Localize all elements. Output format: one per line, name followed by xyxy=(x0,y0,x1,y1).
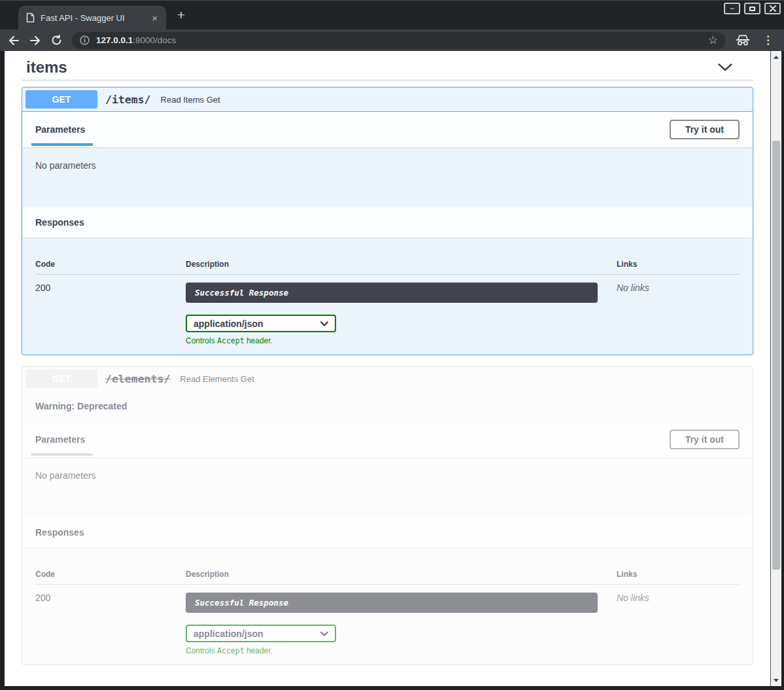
responses-body: Code Description Links 200 Successful Re… xyxy=(22,237,753,354)
browser-menu-button[interactable]: ⋮ xyxy=(760,33,776,47)
window-frame-bottom xyxy=(0,686,784,690)
accept-header-note: Controls Accept header. xyxy=(186,646,617,655)
response-code: 200 xyxy=(35,283,186,345)
bookmark-star-icon[interactable]: ☆ xyxy=(708,35,718,46)
minimize-button[interactable]: − xyxy=(724,3,740,14)
scrollbar-thumb[interactable] xyxy=(772,141,780,570)
tag-section-items[interactable]: items xyxy=(22,51,753,80)
media-type-value: application/json xyxy=(194,629,264,639)
code-column-header: Code xyxy=(35,570,186,579)
maximize-icon xyxy=(749,7,755,11)
response-description-box: Successful Response xyxy=(186,283,598,303)
try-it-out-button[interactable]: Try it out xyxy=(670,120,740,139)
responses-title: Responses xyxy=(35,527,84,538)
address-bar[interactable]: 127.0.0.1:8000/docs ☆ xyxy=(72,32,726,49)
media-type-select[interactable]: application/json xyxy=(186,315,336,332)
deprecated-warning: Warning: Deprecated xyxy=(22,391,753,422)
method-badge-get: GET xyxy=(26,90,97,109)
accept-code: Accept xyxy=(217,646,245,655)
browser-tab[interactable]: Fast API - Swagger UI × xyxy=(18,6,166,29)
method-badge-get: GET xyxy=(26,370,97,388)
scrollbar-down-arrow[interactable] xyxy=(771,676,781,685)
response-row-200: 200 Successful Response application/json… xyxy=(35,585,740,655)
description-column-header: Description xyxy=(186,570,617,579)
operation-summary-text: Read Elements Get xyxy=(180,374,254,384)
responses-header: Responses xyxy=(22,517,753,547)
scrollbar-up-arrow[interactable] xyxy=(771,52,781,61)
operation-path-deprecated: /elements/ xyxy=(105,373,170,385)
responses-header: Responses xyxy=(22,207,753,237)
opblock-summary[interactable]: GET /elements/ Read Elements Get xyxy=(22,367,753,391)
url-host: 127.0.0.1 xyxy=(96,35,133,45)
response-links: No links xyxy=(617,283,740,345)
parameters-body: No parameters xyxy=(22,147,753,207)
active-tab-underline xyxy=(31,453,93,456)
back-button[interactable] xyxy=(8,35,20,46)
links-column-header: Links xyxy=(617,260,740,269)
operation-path: /items/ xyxy=(105,94,151,106)
parameters-header: Parameters Try it out xyxy=(22,422,753,457)
responses-body: Code Description Links 200 Successful Re… xyxy=(22,547,753,664)
select-chevron-icon xyxy=(320,321,328,326)
responses-table-header: Code Description Links xyxy=(35,247,740,275)
accept-header-note: Controls Accept header. xyxy=(186,336,617,345)
incognito-icon xyxy=(736,35,750,46)
close-window-button[interactable] xyxy=(764,3,781,14)
responses-title: Responses xyxy=(35,217,84,228)
response-row-200: 200 Successful Response application/json… xyxy=(35,275,740,345)
opblock-summary[interactable]: GET /items/ Read Items Get xyxy=(22,88,753,112)
parameters-tab: Parameters xyxy=(35,124,85,135)
url-text[interactable]: 127.0.0.1:8000/docs xyxy=(96,35,176,45)
parameters-body: No parameters xyxy=(22,457,753,517)
maximize-button[interactable] xyxy=(744,3,760,14)
browser-toolbar: 127.0.0.1:8000/docs ☆ ⋮ xyxy=(0,29,784,51)
media-type-value: application/json xyxy=(194,319,264,329)
new-tab-button[interactable]: + xyxy=(173,7,190,24)
select-chevron-icon xyxy=(320,631,328,636)
page-document-icon xyxy=(26,12,35,23)
no-parameters-text: No parameters xyxy=(35,160,96,171)
reload-button[interactable] xyxy=(51,35,62,46)
tab-title: Fast API - Swagger UI xyxy=(41,13,144,23)
opblock-get-elements-deprecated: GET /elements/ Read Elements Get Warning… xyxy=(22,366,753,665)
try-it-out-button[interactable]: Try it out xyxy=(670,430,740,449)
response-description-cell: Successful Response application/json Con… xyxy=(186,283,617,345)
browser-window: Fast API - Swagger UI × + − 127.0.0.1:80… xyxy=(0,0,784,690)
page-scrollbar[interactable] xyxy=(770,51,781,686)
browser-viewport: items GET /items/ Read Items Get Paramet… xyxy=(0,51,784,686)
chevron-down-icon[interactable] xyxy=(718,63,748,71)
opblock-get-items: GET /items/ Read Items Get Parameters Tr… xyxy=(22,87,753,355)
code-column-header: Code xyxy=(35,260,186,269)
close-icon xyxy=(770,5,776,12)
accept-code: Accept xyxy=(217,336,245,345)
response-description-cell: Successful Response application/json Con… xyxy=(186,593,617,655)
response-links: No links xyxy=(617,593,740,655)
media-type-select[interactable]: application/json xyxy=(186,625,336,642)
tag-title: items xyxy=(26,58,67,77)
tab-close-icon[interactable]: × xyxy=(150,12,160,24)
site-info-icon[interactable] xyxy=(80,35,90,45)
swagger-page: items GET /items/ Read Items Get Paramet… xyxy=(5,51,770,686)
parameters-tab: Parameters xyxy=(35,434,85,445)
responses-table-header: Code Description Links xyxy=(35,557,740,585)
window-controls: − xyxy=(724,3,781,14)
forward-button[interactable] xyxy=(29,35,41,46)
response-description-box: Successful Response xyxy=(186,593,598,613)
active-tab-underline xyxy=(31,143,93,146)
browser-titlebar: Fast API - Swagger UI × + − xyxy=(0,0,784,29)
operation-summary-text: Read Items Get xyxy=(161,95,220,105)
url-path: :8000/docs xyxy=(133,35,176,45)
parameters-header: Parameters Try it out xyxy=(22,112,753,147)
no-parameters-text: No parameters xyxy=(35,470,96,481)
response-code: 200 xyxy=(35,593,186,655)
description-column-header: Description xyxy=(186,260,617,269)
links-column-header: Links xyxy=(617,570,740,579)
